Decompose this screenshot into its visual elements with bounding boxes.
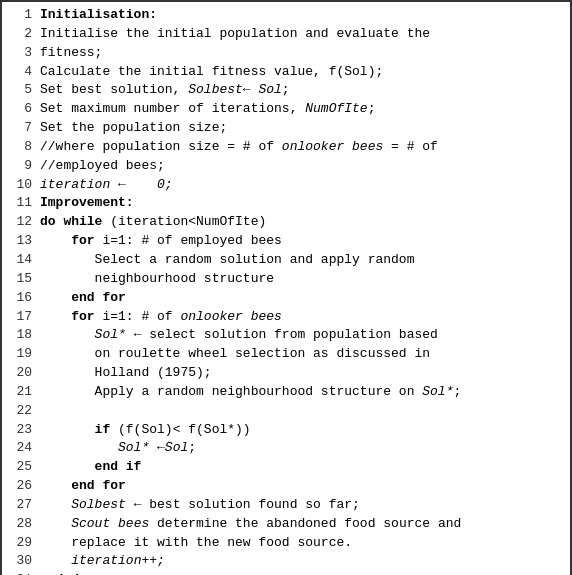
line-number: 25 bbox=[8, 458, 32, 477]
code-line: 12do while (iteration<NumOfIte) bbox=[2, 213, 570, 232]
line-content: Set the population size; bbox=[40, 119, 564, 138]
line-number: 2 bbox=[8, 25, 32, 44]
code-line: 25 end if bbox=[2, 458, 570, 477]
line-content: neighbourhood structure bbox=[40, 270, 564, 289]
line-number: 14 bbox=[8, 251, 32, 270]
line-number: 3 bbox=[8, 44, 32, 63]
line-content: Solbest ← best solution found so far; bbox=[40, 496, 564, 515]
line-content: if (f(Sol)< f(Sol*)) bbox=[40, 421, 564, 440]
code-line: 5Set best solution, Solbest← Sol; bbox=[2, 81, 570, 100]
code-line: 24 Sol* ←Sol; bbox=[2, 439, 570, 458]
code-line: 4Calculate the initial fitness value, f(… bbox=[2, 63, 570, 82]
line-number: 26 bbox=[8, 477, 32, 496]
line-content: end for bbox=[40, 289, 564, 308]
line-content: end do bbox=[40, 571, 564, 575]
line-number: 8 bbox=[8, 138, 32, 157]
code-line: 10iteration ← 0; bbox=[2, 176, 570, 195]
line-content: fitness; bbox=[40, 44, 564, 63]
code-line: 29 replace it with the new food source. bbox=[2, 534, 570, 553]
line-number: 24 bbox=[8, 439, 32, 458]
line-content: Apply a random neighbourhood structure o… bbox=[40, 383, 564, 402]
line-content: iteration++; bbox=[40, 552, 564, 571]
line-number: 5 bbox=[8, 81, 32, 100]
code-line: 20 Holland (1975); bbox=[2, 364, 570, 383]
line-content: on roulette wheel selection as discussed… bbox=[40, 345, 564, 364]
code-line: 19 on roulette wheel selection as discus… bbox=[2, 345, 570, 364]
line-content: Holland (1975); bbox=[40, 364, 564, 383]
line-number: 31 bbox=[8, 571, 32, 575]
line-number: 7 bbox=[8, 119, 32, 138]
code-line: 14 Select a random solution and apply ra… bbox=[2, 251, 570, 270]
code-line: 11Improvement: bbox=[2, 194, 570, 213]
line-number: 30 bbox=[8, 552, 32, 571]
line-content: for i=1: # of employed bees bbox=[40, 232, 564, 251]
code-line: 28 Scout bees determine the abandoned fo… bbox=[2, 515, 570, 534]
line-number: 19 bbox=[8, 345, 32, 364]
code-line: 30 iteration++; bbox=[2, 552, 570, 571]
line-number: 13 bbox=[8, 232, 32, 251]
line-number: 17 bbox=[8, 308, 32, 327]
line-number: 28 bbox=[8, 515, 32, 534]
line-content: Improvement: bbox=[40, 194, 564, 213]
code-line: 13 for i=1: # of employed bees bbox=[2, 232, 570, 251]
line-content: Sol* ← select solution from population b… bbox=[40, 326, 564, 345]
line-number: 22 bbox=[8, 402, 32, 421]
code-line: 8//where population size = # of onlooker… bbox=[2, 138, 570, 157]
code-block: 1Initialisation:2Initialise the initial … bbox=[0, 0, 572, 575]
code-line: 21 Apply a random neighbourhood structur… bbox=[2, 383, 570, 402]
line-number: 12 bbox=[8, 213, 32, 232]
line-content: Set maximum number of iterations, NumOfI… bbox=[40, 100, 564, 119]
line-content: Initialise the initial population and ev… bbox=[40, 25, 564, 44]
line-content: Set best solution, Solbest← Sol; bbox=[40, 81, 564, 100]
line-content: for i=1: # of onlooker bees bbox=[40, 308, 564, 327]
code-line: 2Initialise the initial population and e… bbox=[2, 25, 570, 44]
line-content: Initialisation: bbox=[40, 6, 564, 25]
code-line: 6Set maximum number of iterations, NumOf… bbox=[2, 100, 570, 119]
code-line: 16 end for bbox=[2, 289, 570, 308]
code-line: 26 end for bbox=[2, 477, 570, 496]
code-line: 22 bbox=[2, 402, 570, 421]
line-number: 1 bbox=[8, 6, 32, 25]
line-content: //employed bees; bbox=[40, 157, 564, 176]
code-line: 17 for i=1: # of onlooker bees bbox=[2, 308, 570, 327]
code-line: 1Initialisation: bbox=[2, 6, 570, 25]
line-content: end if bbox=[40, 458, 564, 477]
line-number: 11 bbox=[8, 194, 32, 213]
line-number: 18 bbox=[8, 326, 32, 345]
code-line: 15 neighbourhood structure bbox=[2, 270, 570, 289]
line-content: Select a random solution and apply rando… bbox=[40, 251, 564, 270]
line-content: Sol* ←Sol; bbox=[40, 439, 564, 458]
line-number: 9 bbox=[8, 157, 32, 176]
code-line: 31end do bbox=[2, 571, 570, 575]
line-number: 21 bbox=[8, 383, 32, 402]
line-content: replace it with the new food source. bbox=[40, 534, 564, 553]
code-line: 9//employed bees; bbox=[2, 157, 570, 176]
line-number: 27 bbox=[8, 496, 32, 515]
line-content: end for bbox=[40, 477, 564, 496]
line-content: Scout bees determine the abandoned food … bbox=[40, 515, 564, 534]
code-line: 23 if (f(Sol)< f(Sol*)) bbox=[2, 421, 570, 440]
code-line: 3fitness; bbox=[2, 44, 570, 63]
line-content: //where population size = # of onlooker … bbox=[40, 138, 564, 157]
line-content: iteration ← 0; bbox=[40, 176, 564, 195]
line-number: 10 bbox=[8, 176, 32, 195]
line-number: 15 bbox=[8, 270, 32, 289]
line-content: Calculate the initial fitness value, f(S… bbox=[40, 63, 564, 82]
line-number: 4 bbox=[8, 63, 32, 82]
line-content: do while (iteration<NumOfIte) bbox=[40, 213, 564, 232]
line-number: 20 bbox=[8, 364, 32, 383]
line-number: 6 bbox=[8, 100, 32, 119]
code-line: 7Set the population size; bbox=[2, 119, 570, 138]
line-number: 23 bbox=[8, 421, 32, 440]
line-number: 29 bbox=[8, 534, 32, 553]
line-number: 16 bbox=[8, 289, 32, 308]
code-line: 18 Sol* ← select solution from populatio… bbox=[2, 326, 570, 345]
code-line: 27 Solbest ← best solution found so far; bbox=[2, 496, 570, 515]
